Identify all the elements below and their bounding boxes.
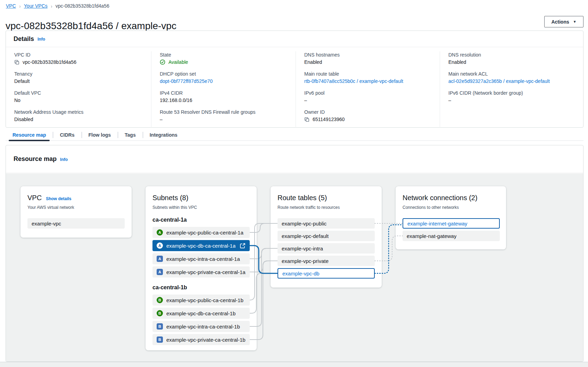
subnet-row[interactable]: Aexample-vpc-public-ca-central-1a xyxy=(152,227,250,238)
details-field: StateAvailable xyxy=(160,51,287,66)
actions-button[interactable]: Actions ▼ xyxy=(544,16,583,27)
resource-map-info-link[interactable]: Info xyxy=(60,157,68,162)
field-value: Disabled xyxy=(14,116,143,123)
field-label: DHCP option set xyxy=(160,70,287,77)
subnets-card-title: Subnets (8) xyxy=(152,194,188,202)
vpc-card-subtitle: Your AWS virtual network xyxy=(27,205,125,210)
field-value: 651149123960 xyxy=(304,116,431,123)
breadcrumb-link[interactable]: Your VPCs xyxy=(24,3,48,9)
route-tables-card: Route tables (5) Route network traffic t… xyxy=(271,186,382,288)
details-grid: VPC IDvpc-082b35328b1fd4a56TenancyDefaul… xyxy=(6,47,583,128)
subnet-row-label: example-vpc-public-ca-central-1a xyxy=(166,230,243,236)
subnet-row[interactable]: Aexample-vpc-db-ca-central-1a xyxy=(152,240,250,251)
details-info-link[interactable]: Info xyxy=(38,37,45,42)
field-label: IPv4 CIDR xyxy=(160,89,287,96)
subnets-card: Subnets (8) Subnets within this VPC ca-c… xyxy=(146,186,257,350)
field-value-link[interactable]: dopt-0bf772ff87d525e70 xyxy=(160,77,287,85)
field-label: Main route table xyxy=(304,70,431,77)
tab-bar: Resource mapCIDRsFlow logsTagsIntegratio… xyxy=(6,129,583,141)
field-value: Available xyxy=(160,58,287,66)
route-table-row[interactable]: example-vpc-db xyxy=(278,268,375,279)
route-table-row[interactable]: example-vpc-public xyxy=(278,218,375,229)
details-field: TenancyDefault xyxy=(14,70,143,85)
external-link-icon[interactable] xyxy=(240,243,246,249)
breadcrumb-link[interactable]: VPC xyxy=(6,3,16,9)
availability-zone-b-badge: B xyxy=(157,336,163,343)
subnet-row[interactable]: Aexample-vpc-private-ca-central-1a xyxy=(152,266,250,278)
subnet-row-label: example-vpc-public-ca-central-1b xyxy=(166,297,243,303)
actions-button-label: Actions xyxy=(551,19,569,25)
route-table-row-label: example-vpc-public xyxy=(282,221,326,227)
details-panel-header: Details Info xyxy=(6,31,583,47)
field-label: Owner ID xyxy=(304,109,431,116)
resource-map-title: Resource map xyxy=(14,155,57,163)
details-field: Route 53 Resolver DNS Firewall rule grou… xyxy=(160,109,287,123)
subnet-row-label: example-vpc-private-ca-central-1a xyxy=(166,269,246,275)
details-title: Details xyxy=(14,35,34,43)
field-value-link[interactable]: acl-02e5d92327a2c365b / example-vpc-defa… xyxy=(448,77,575,85)
subnet-row-label: example-vpc-db-ca-central-1a xyxy=(166,243,235,249)
network-connection-row[interactable]: example-internet-gateway xyxy=(403,218,500,229)
vpc-card: VPC Show details Your AWS virtual networ… xyxy=(20,186,132,238)
availability-zone-b-badge: B xyxy=(157,323,163,330)
tab-tags[interactable]: Tags xyxy=(118,129,143,140)
field-value: Enabled xyxy=(448,58,575,66)
field-label: DNS resolution xyxy=(448,51,575,58)
vpc-row[interactable]: example-vpc xyxy=(27,218,125,229)
details-column: StateAvailableDHCP option setdopt-0bf772… xyxy=(151,51,296,128)
field-value: – xyxy=(304,96,431,104)
chevron-down-icon: ▼ xyxy=(573,20,577,24)
field-label: Tenancy xyxy=(14,70,143,77)
field-label: IPv6 CIDR (Network border group) xyxy=(448,89,575,96)
details-field: DNS hostnamesEnabled xyxy=(304,51,431,66)
vpc-row-label: example-vpc xyxy=(32,221,61,227)
details-field: Owner ID651149123960 xyxy=(304,109,431,123)
route-table-row-label: example-vpc-private xyxy=(282,258,329,264)
details-field: DNS resolutionEnabled xyxy=(448,51,575,66)
vpc-card-title: VPC xyxy=(27,194,42,202)
details-field: VPC IDvpc-082b35328b1fd4a56 xyxy=(14,51,143,66)
copy-icon[interactable] xyxy=(304,117,309,122)
tab-flow-logs[interactable]: Flow logs xyxy=(82,129,118,140)
route-table-row-label: example-vpc-intra xyxy=(282,246,323,251)
network-connection-row-label: example-internet-gateway xyxy=(407,221,467,227)
field-value: – xyxy=(448,96,575,104)
field-value: 192.168.0.0/16 xyxy=(160,96,287,104)
tab-resource-map[interactable]: Resource map xyxy=(6,129,53,140)
subnet-row[interactable]: Bexample-vpc-private-ca-central-1b xyxy=(152,334,250,345)
availability-zone-a-badge: A xyxy=(157,269,163,275)
subnet-row-label: example-vpc-db-ca-central-1b xyxy=(166,310,235,316)
details-field: Default VPCNo xyxy=(14,89,143,104)
tab-integrations[interactable]: Integrations xyxy=(143,129,184,140)
route-table-row[interactable]: example-vpc-private xyxy=(278,256,375,266)
resource-map-panel: Resource map Info VPC Show details Your … xyxy=(6,145,583,362)
subnet-row[interactable]: Aexample-vpc-intra-ca-central-1a xyxy=(152,253,250,264)
resource-map-header: Resource map Info xyxy=(6,145,583,173)
subnet-row-label: example-vpc-intra-ca-central-1b xyxy=(166,324,240,330)
copy-icon[interactable] xyxy=(14,60,19,65)
details-panel: Details Info VPC IDvpc-082b35328b1fd4a56… xyxy=(6,31,583,128)
field-value-link[interactable]: rtb-0fb7407a8cc525b0c / example-vpc-defa… xyxy=(304,77,431,85)
subnet-row[interactable]: Bexample-vpc-public-ca-central-1b xyxy=(152,295,250,306)
details-column: DNS hostnamesEnabledMain route tablertb-… xyxy=(296,51,440,128)
vpc-show-details-link[interactable]: Show details xyxy=(46,196,71,201)
tab-cidrs[interactable]: CIDRs xyxy=(53,129,81,140)
route-table-row[interactable]: example-vpc-intra xyxy=(278,243,375,254)
subnet-row[interactable]: Bexample-vpc-intra-ca-central-1b xyxy=(152,321,250,332)
page-title: vpc-082b35328b1fd4a56 / example-vpc xyxy=(6,20,176,32)
availability-zone-header: ca-central-1b xyxy=(152,284,250,291)
availability-zone-a-badge: A xyxy=(157,242,163,249)
field-label: DNS hostnames xyxy=(304,51,431,58)
page-bottom-strip xyxy=(0,362,588,367)
field-label: Default VPC xyxy=(14,89,143,96)
details-field: Main network ACLacl-02e5d92327a2c365b / … xyxy=(448,70,575,85)
route-table-row-label: example-vpc-db xyxy=(282,271,320,276)
field-value: No xyxy=(14,96,143,104)
network-connection-row[interactable]: example-nat-gateway xyxy=(403,231,500,241)
availability-zone-a-badge: A xyxy=(157,229,163,236)
details-field: IPv6 CIDR (Network border group)– xyxy=(448,89,575,104)
network-connections-card-title: Network connections (2) xyxy=(403,194,478,202)
route-table-row[interactable]: example-vpc-default xyxy=(278,231,375,241)
subnet-row[interactable]: Bexample-vpc-db-ca-central-1b xyxy=(152,308,250,319)
availability-zone-b-badge: B xyxy=(157,297,163,303)
